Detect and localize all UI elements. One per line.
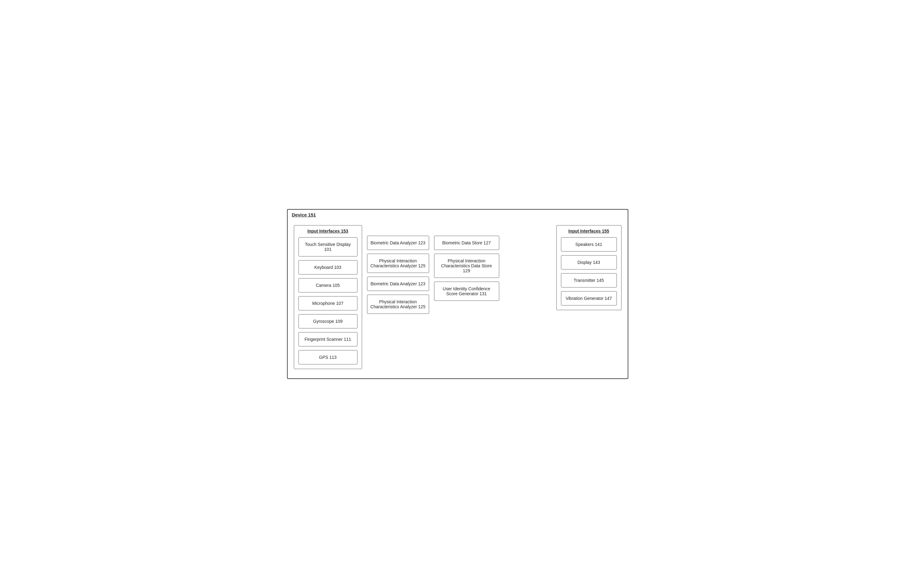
right-components: Speakers 141 Display 143 Transmitter 145… — [561, 237, 617, 305]
right-panel-title: Input Interfaces 155 — [561, 229, 617, 234]
left-panel-title: Input Interfaces 153 — [299, 229, 357, 234]
comp-biometric-store: Biometric Data Store 127 — [434, 236, 499, 250]
comp-fingerprint: Fingerprint Scanner 111 — [299, 332, 357, 346]
comp-transmitter: Transmitter 145 — [561, 273, 617, 288]
comp-biometric-analyzer-2: Biometric Data Analyzer 123 — [367, 277, 429, 291]
comp-touch-display: Touch Sensitive Display 101 — [299, 237, 357, 257]
comp-gps: GPS 113 — [299, 350, 357, 364]
comp-vibration-gen: Vibration Generator 147 — [561, 291, 617, 305]
comp-speakers: Speakers 141 — [561, 237, 617, 252]
comp-display: Display 143 — [561, 255, 617, 270]
store-column: Biometric Data Store 127 Physical Intera… — [434, 225, 499, 301]
comp-phys-analyzer-2: Physical Interaction Characteristics Ana… — [367, 295, 429, 314]
comp-microphone: Microphone 107 — [299, 296, 357, 310]
comp-biometric-analyzer-1: Biometric Data Analyzer 123 — [367, 236, 429, 250]
comp-confidence-score-gen: User Identity Confidence Score Generator… — [434, 282, 499, 301]
right-panel: Input Interfaces 155 Speakers 141 Displa… — [556, 225, 621, 310]
main-layout: Input Interfaces 153 Touch Sensitive Dis… — [294, 225, 621, 369]
right-column: Input Interfaces 155 Speakers 141 Displa… — [556, 225, 621, 310]
comp-phys-analyzer-1: Physical Interaction Characteristics Ana… — [367, 254, 429, 273]
device-outer-box: Device 151 Input Interfaces 153 Touch Se… — [287, 209, 628, 379]
left-column: Input Interfaces 153 Touch Sensitive Dis… — [294, 225, 362, 369]
left-components: Touch Sensitive Display 101 Keyboard 103… — [299, 237, 357, 364]
device-label: Device 151 — [292, 212, 316, 217]
comp-camera: Camera 105 — [299, 278, 357, 292]
comp-gyroscope: Gyroscope 109 — [299, 314, 357, 328]
comp-phys-data-store: Physical Interaction Characteristics Dat… — [434, 254, 499, 278]
page-wrapper: Device 151 Input Interfaces 153 Touch Se… — [287, 209, 628, 379]
mid-column: Biometric Data Analyzer 123 Physical Int… — [367, 225, 429, 314]
left-panel: Input Interfaces 153 Touch Sensitive Dis… — [294, 225, 362, 369]
comp-keyboard: Keyboard 103 — [299, 260, 357, 275]
